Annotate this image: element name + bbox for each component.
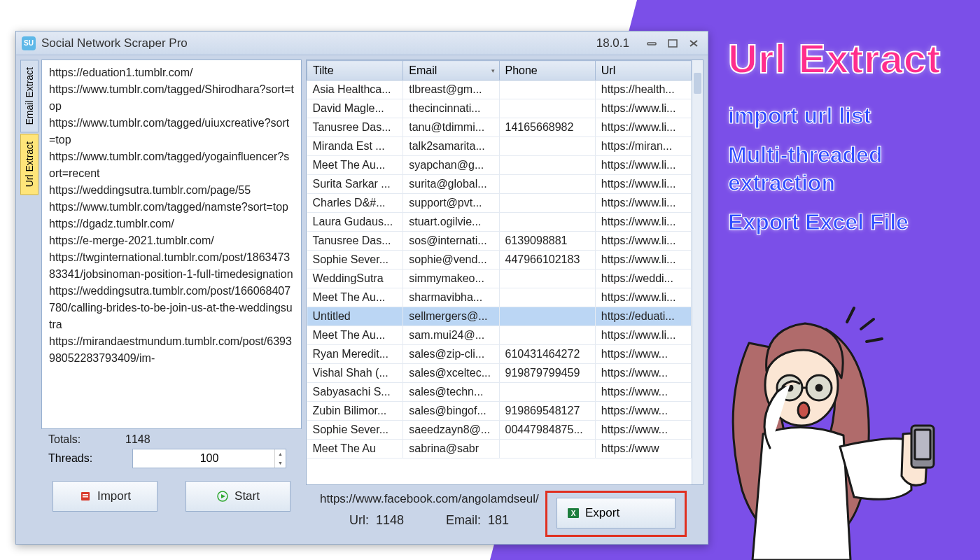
tab-url-extract[interactable]: Url Extract: [20, 134, 38, 195]
cell-email: sabrina@sabr: [403, 440, 499, 458]
cell-email: sales@techn...: [403, 383, 499, 402]
cell-phone: [499, 440, 595, 458]
cell-url: https://www...: [595, 421, 691, 440]
side-tabs: Email Extract Url Extract: [20, 59, 38, 197]
cell-url: https://www.li...: [595, 118, 691, 137]
export-button[interactable]: X Export: [556, 498, 676, 528]
cell-email: sales@xceltec...: [403, 364, 499, 383]
cell-title: Meet The Au...: [307, 288, 403, 307]
import-button[interactable]: Import: [52, 481, 158, 512]
cell-title: Miranda Est ...: [307, 137, 403, 156]
cell-email: syapchan@g...: [403, 156, 499, 175]
cell-title: Meet The Au...: [307, 156, 403, 175]
cell-url: https://www...: [595, 402, 691, 421]
titlebar: SU Social Network Scraper Pro 18.0.1: [16, 31, 708, 55]
cell-email: support@pvt...: [403, 194, 499, 213]
maximize-icon: [668, 39, 678, 48]
table-row[interactable]: Sabyasachi S...sales@techn...https://www…: [307, 383, 692, 402]
import-label: Import: [97, 489, 131, 503]
table-row[interactable]: Vishal Shah (...sales@xceltec...91987979…: [307, 364, 692, 383]
grid-scrollbar[interactable]: [692, 60, 703, 484]
cell-url: https://www.li...: [595, 251, 691, 270]
cell-title: Sophie Sever...: [307, 251, 403, 270]
status-bar: https://www.facebook.com/angolamdseul/ U…: [306, 488, 704, 540]
col-phone[interactable]: Phone: [499, 61, 595, 80]
table-row[interactable]: Zubin Bilimor...sales@bingof...919869548…: [307, 402, 692, 421]
table-row[interactable]: Meet The Au...syapchan@g...https://www.l…: [307, 156, 692, 175]
cell-phone: 610431464272: [499, 345, 595, 364]
cell-phone: [499, 326, 595, 345]
app-window: SU Social Network Scraper Pro 18.0.1 Ema…: [15, 31, 708, 545]
cell-phone: [499, 307, 595, 326]
table-row[interactable]: Sophie Sever...sophie@vend...44796610218…: [307, 251, 692, 270]
cell-email: sophie@vend...: [403, 251, 499, 270]
start-label: Start: [234, 489, 260, 503]
table-row[interactable]: Tanusree Das...sos@internati...613909888…: [307, 232, 692, 251]
table-row[interactable]: Meet The Au...sharmavibha...https://www.…: [307, 288, 692, 307]
table-row[interactable]: Tanusree Das...tanu@tdimmi...14165668982…: [307, 118, 692, 137]
cell-title: Meet The Au...: [307, 326, 403, 345]
table-row[interactable]: Charles D&#...support@pvt...https://www.…: [307, 194, 692, 213]
scrollbar-thumb[interactable]: [694, 73, 701, 94]
table-row[interactable]: Surita Sarkar ...surita@global...https:/…: [307, 175, 692, 194]
cell-url: https://weddi...: [595, 270, 691, 288]
cell-title: Laura Gudaus...: [307, 213, 403, 232]
col-email[interactable]: Email▾: [403, 61, 499, 80]
start-button[interactable]: Start: [186, 481, 290, 512]
col-url[interactable]: Url: [595, 61, 691, 80]
threads-label: Threads:: [48, 452, 125, 465]
right-panel: Tilte Email▾ Phone Url Asia Healthca...t…: [306, 59, 704, 540]
url-list-textarea[interactable]: https://eduation1.tumblr.com/ https://ww…: [41, 59, 302, 429]
cell-title: WeddingSutra: [307, 270, 403, 288]
table-row[interactable]: Meet The Au...sam.mui24@...https://www.l…: [307, 326, 692, 345]
cell-title: David Magle...: [307, 99, 403, 118]
table-row[interactable]: David Magle...thecincinnati...https://ww…: [307, 99, 692, 118]
svg-rect-13: [83, 496, 88, 498]
cell-title: Sophie Sever...: [307, 421, 403, 440]
cell-email: stuart.ogilvie...: [403, 213, 499, 232]
cell-url: https://www...: [595, 345, 691, 364]
promo-line-2: Multi-threaded extraction: [728, 141, 959, 197]
table-row[interactable]: Meet The Ausabrina@sabrhttps://www: [307, 440, 692, 458]
table-row[interactable]: Ryan Meredit...sales@zip-cli...610431464…: [307, 345, 692, 364]
cartoon-illustration: [686, 280, 938, 560]
status-url-label: Url:: [349, 513, 369, 527]
svg-rect-9: [648, 43, 656, 45]
table-row[interactable]: WeddingSutrasimmymakeo...https://weddi..…: [307, 270, 692, 288]
cell-email: tanu@tdimmi...: [403, 118, 499, 137]
cell-email: saeedzayn8@...: [403, 421, 499, 440]
app-icon: SU: [22, 36, 36, 50]
cell-phone: 919879799459: [499, 364, 595, 383]
close-button[interactable]: [685, 37, 702, 50]
table-row[interactable]: Sophie Sever...saeedzayn8@...00447984875…: [307, 421, 692, 440]
table-row[interactable]: Miranda Est ...talk2samarita...https://m…: [307, 137, 692, 156]
cell-email: talk2samarita...: [403, 137, 499, 156]
threads-input[interactable]: 100 ▲▼: [132, 449, 286, 468]
maximize-button[interactable]: [664, 37, 681, 50]
col-title[interactable]: Tilte: [307, 61, 403, 80]
threads-spinner[interactable]: ▲▼: [274, 449, 286, 468]
results-grid[interactable]: Tilte Email▾ Phone Url Asia Healthca...t…: [307, 60, 692, 458]
minimize-icon: [647, 40, 657, 47]
cell-phone: [499, 194, 595, 213]
cell-phone: 14165668982: [499, 118, 595, 137]
table-row[interactable]: Untitledsellmergers@...https://eduati...: [307, 307, 692, 326]
play-icon: [216, 490, 229, 503]
tab-email-extract[interactable]: Email Extract: [20, 59, 38, 132]
cell-url: https://www.li...: [595, 175, 691, 194]
cell-title: Asia Healthca...: [307, 80, 403, 99]
chevron-down-icon: ▾: [491, 67, 495, 74]
table-row[interactable]: Asia Healthca...tlbreast@gm...https://he…: [307, 80, 692, 99]
cell-title: Meet The Au: [307, 440, 403, 458]
cell-phone: [499, 80, 595, 99]
cell-email: sellmergers@...: [403, 307, 499, 326]
svg-rect-12: [83, 494, 88, 496]
excel-icon: X: [567, 507, 580, 519]
svg-point-5: [816, 385, 822, 391]
status-url-count: 1148: [376, 513, 404, 527]
cell-url: https://health...: [595, 80, 691, 99]
minimize-button[interactable]: [643, 37, 660, 50]
cell-phone: 919869548127: [499, 402, 595, 421]
table-row[interactable]: Laura Gudaus...stuart.ogilvie...https://…: [307, 213, 692, 232]
cell-url: https://www.li...: [595, 156, 691, 175]
